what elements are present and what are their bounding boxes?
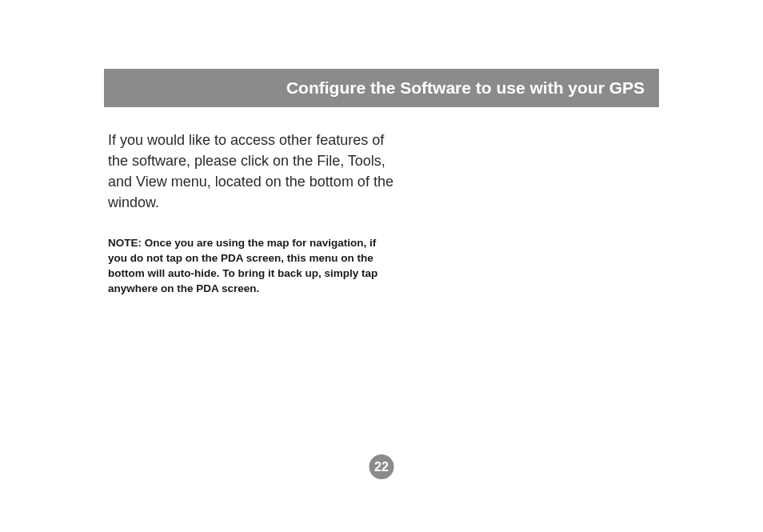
page-title: Configure the Software to use with your … <box>286 78 645 98</box>
page-number-badge: 22 <box>370 454 394 479</box>
body-paragraph: If you would like to access other featur… <box>108 130 396 213</box>
note-paragraph: NOTE: Once you are using the map for nav… <box>108 236 396 297</box>
page-number: 22 <box>374 460 389 474</box>
header-bar: Configure the Software to use with your … <box>104 69 659 107</box>
